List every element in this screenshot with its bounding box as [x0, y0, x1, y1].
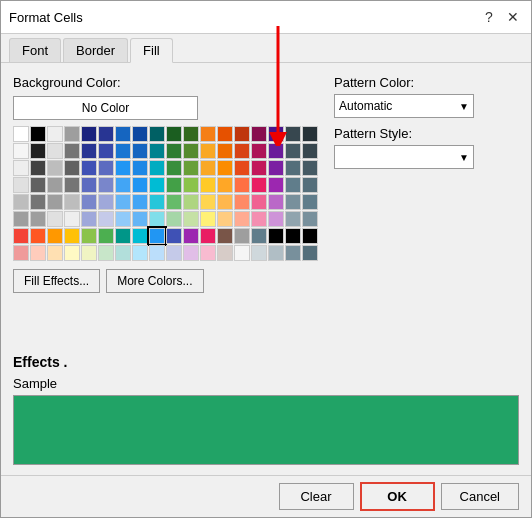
color-cell[interactable] — [115, 126, 131, 142]
tab-font[interactable]: Font — [9, 38, 61, 62]
color-cell[interactable] — [217, 228, 233, 244]
color-cell[interactable] — [251, 177, 267, 193]
color-cell[interactable] — [81, 228, 97, 244]
color-cell[interactable] — [268, 177, 284, 193]
color-cell[interactable] — [64, 177, 80, 193]
color-cell[interactable] — [251, 126, 267, 142]
color-cell[interactable] — [217, 160, 233, 176]
color-cell[interactable] — [64, 126, 80, 142]
color-cell[interactable] — [30, 194, 46, 210]
color-cell[interactable] — [200, 245, 216, 261]
color-cell[interactable] — [166, 160, 182, 176]
color-cell[interactable] — [132, 126, 148, 142]
color-cell[interactable] — [115, 177, 131, 193]
color-cell[interactable] — [13, 160, 29, 176]
color-cell[interactable] — [166, 177, 182, 193]
close-button[interactable]: ✕ — [503, 7, 523, 27]
color-cell[interactable] — [47, 245, 63, 261]
color-cell[interactable] — [132, 211, 148, 227]
color-cell[interactable] — [234, 126, 250, 142]
color-cell[interactable] — [166, 143, 182, 159]
color-cell[interactable] — [234, 228, 250, 244]
ok-button[interactable]: OK — [360, 482, 435, 511]
color-cell[interactable] — [149, 194, 165, 210]
color-cell[interactable] — [200, 160, 216, 176]
color-cell[interactable] — [268, 126, 284, 142]
color-cell[interactable] — [234, 194, 250, 210]
color-cell[interactable] — [132, 228, 148, 244]
color-cell[interactable] — [132, 160, 148, 176]
color-cell[interactable] — [64, 143, 80, 159]
color-cell[interactable] — [98, 143, 114, 159]
color-cell[interactable] — [302, 194, 318, 210]
color-cell[interactable] — [30, 177, 46, 193]
color-cell[interactable] — [47, 194, 63, 210]
color-cell[interactable] — [183, 245, 199, 261]
color-cell[interactable] — [98, 228, 114, 244]
color-cell[interactable] — [302, 228, 318, 244]
more-colors-button[interactable]: More Colors... — [106, 269, 203, 293]
color-cell[interactable] — [183, 143, 199, 159]
color-cell[interactable] — [251, 228, 267, 244]
color-cell[interactable] — [81, 126, 97, 142]
color-cell[interactable] — [81, 143, 97, 159]
color-cell[interactable] — [302, 245, 318, 261]
color-cell[interactable] — [200, 228, 216, 244]
color-cell[interactable] — [132, 177, 148, 193]
color-cell[interactable] — [149, 160, 165, 176]
color-cell[interactable] — [64, 194, 80, 210]
color-cell[interactable] — [166, 194, 182, 210]
color-cell[interactable] — [30, 211, 46, 227]
color-cell[interactable] — [30, 160, 46, 176]
color-cell[interactable] — [30, 245, 46, 261]
color-cell[interactable] — [183, 160, 199, 176]
color-cell[interactable] — [166, 228, 182, 244]
color-cell[interactable] — [98, 160, 114, 176]
color-cell[interactable] — [302, 160, 318, 176]
no-color-button[interactable]: No Color — [13, 96, 198, 120]
color-cell[interactable] — [183, 177, 199, 193]
cancel-button[interactable]: Cancel — [441, 483, 519, 510]
color-cell[interactable] — [149, 211, 165, 227]
color-cell[interactable] — [64, 160, 80, 176]
color-cell[interactable] — [234, 245, 250, 261]
color-cell[interactable] — [81, 160, 97, 176]
color-cell[interactable] — [30, 228, 46, 244]
color-cell[interactable] — [115, 211, 131, 227]
pattern-style-dropdown[interactable]: ▼ — [334, 145, 474, 169]
color-cell[interactable] — [234, 211, 250, 227]
color-cell[interactable] — [285, 126, 301, 142]
color-cell[interactable] — [251, 143, 267, 159]
color-cell[interactable] — [285, 211, 301, 227]
color-cell[interactable] — [200, 194, 216, 210]
color-cell[interactable] — [47, 177, 63, 193]
color-cell[interactable] — [183, 194, 199, 210]
color-cell[interactable] — [217, 126, 233, 142]
color-cell[interactable] — [217, 177, 233, 193]
color-cell[interactable] — [268, 211, 284, 227]
color-cell[interactable] — [98, 194, 114, 210]
color-cell[interactable] — [13, 245, 29, 261]
color-cell[interactable] — [217, 143, 233, 159]
help-button[interactable]: ? — [479, 7, 499, 27]
color-cell[interactable] — [81, 194, 97, 210]
color-cell[interactable] — [132, 245, 148, 261]
color-cell[interactable] — [251, 194, 267, 210]
color-cell[interactable] — [64, 211, 80, 227]
color-cell[interactable] — [149, 177, 165, 193]
color-cell[interactable] — [64, 228, 80, 244]
color-cell[interactable] — [47, 228, 63, 244]
color-cell[interactable] — [98, 177, 114, 193]
color-cell[interactable] — [302, 177, 318, 193]
color-cell[interactable] — [81, 211, 97, 227]
color-cell[interactable] — [149, 228, 165, 244]
color-cell[interactable] — [115, 194, 131, 210]
color-cell[interactable] — [132, 143, 148, 159]
color-cell[interactable] — [132, 194, 148, 210]
tab-fill[interactable]: Fill — [130, 38, 173, 63]
color-cell[interactable] — [81, 245, 97, 261]
color-cell[interactable] — [183, 126, 199, 142]
color-cell[interactable] — [47, 143, 63, 159]
color-cell[interactable] — [285, 194, 301, 210]
color-cell[interactable] — [234, 160, 250, 176]
